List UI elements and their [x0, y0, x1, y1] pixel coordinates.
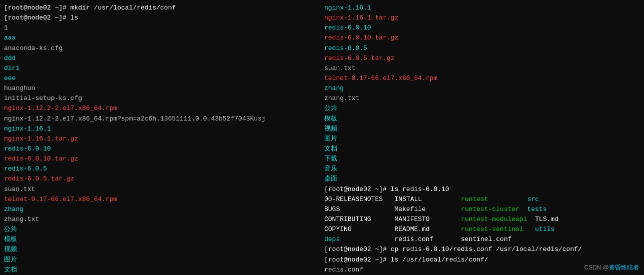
- terminal-line: initial-setup-ks.cfg: [4, 94, 316, 104]
- terminal-line: 图片: [4, 255, 316, 265]
- csdn-watermark: CSDN @黄昏终结者: [584, 264, 639, 272]
- terminal-line: 文档: [324, 144, 640, 154]
- terminal-line: zhang.txt: [4, 214, 316, 224]
- terminal-line: zhang: [4, 204, 316, 214]
- terminal-line: nginx-1.16.1: [4, 124, 316, 134]
- terminal-line: 00-RELEASENOTES INSTALL runtest src: [324, 194, 640, 204]
- terminal-line: COPYING README.md runtest-sentinel utils: [324, 224, 640, 234]
- terminal-line: anaconda-ks.cfg: [4, 44, 316, 54]
- terminal-line: redis-6.0.5: [324, 44, 640, 54]
- terminal-left-content: [root@node02 ~]# mkdir /usr/local/redis/…: [4, 3, 316, 275]
- terminal-line: 下载: [324, 154, 640, 164]
- terminal-line: ddd: [4, 54, 316, 64]
- terminal-line: 桌面: [324, 174, 640, 184]
- terminal-line: [root@node02 ~]# ls redis-6.0.10: [324, 184, 640, 194]
- terminal-line: nginx-1.16.1: [324, 3, 640, 13]
- terminal-line: redis-6.0.10.tar.gz: [4, 154, 316, 164]
- terminal-line: nginx-1.12.2-2.el7.x86_64.rpm?spm=a2c6h.…: [4, 114, 316, 124]
- terminal-line: deps redis.conf sentinel.conf: [324, 234, 640, 244]
- terminal-line: 模板: [324, 114, 640, 124]
- terminal-line: 音乐: [324, 164, 640, 174]
- terminal-line: redis-6.0.5.tar.gz: [4, 174, 316, 184]
- terminal-line: 公共: [4, 224, 316, 234]
- terminal-left-panel: [root@node02 ~]# mkdir /usr/local/redis/…: [0, 0, 320, 275]
- csdn-at: CSDN @: [584, 264, 609, 271]
- terminal-line: 文档: [4, 265, 316, 275]
- terminal-line: telnet-0.17-66.el7.x86_64.rpm: [4, 194, 316, 204]
- terminal-line: huanghun: [4, 84, 316, 94]
- terminal-line: aaa: [4, 33, 316, 43]
- terminal-line: eee: [4, 74, 316, 84]
- terminal-right-panel: nginx-1.16.1nginx-1.16.1.tar.gzredis-6.0…: [320, 0, 644, 275]
- terminal-line: [root@node02 ~]# ls: [4, 13, 316, 23]
- terminal-line: zhang.txt: [324, 94, 640, 104]
- terminal-line: 视频: [324, 124, 640, 134]
- csdn-username: 黄昏终结者: [609, 264, 639, 271]
- terminal-line: 图片: [324, 134, 640, 144]
- terminal-line: suan.txt: [4, 184, 316, 194]
- terminal-line: zhang: [324, 84, 640, 94]
- terminal-line: BUGS Makefile runtest-cluster tests: [324, 204, 640, 214]
- terminal-line: 公共: [324, 104, 640, 114]
- terminal-line: [root@node02 ~]# cp redis-6.0.10/redis.c…: [324, 244, 640, 254]
- terminal-line: 模板: [4, 234, 316, 244]
- terminal-line: redis-6.0.10: [324, 23, 640, 33]
- terminal-right-content: nginx-1.16.1nginx-1.16.1.tar.gzredis-6.0…: [324, 3, 640, 275]
- terminal-line: redis-6.0.10: [4, 144, 316, 154]
- terminal-line: redis-6.0.5.tar.gz: [324, 54, 640, 64]
- terminal-line: nginx-1.16.1.tar.gz: [324, 13, 640, 23]
- terminal-line: redis-6.0.10.tar.gz: [324, 33, 640, 43]
- terminal-line: redis-6.0.5: [4, 164, 316, 174]
- terminal-line: CONTRIBUTING MANIFESTO runtest-moduleapi…: [324, 214, 640, 224]
- terminal-line: nginx-1.12.2-2.el7.x86_64.rpm: [4, 104, 316, 114]
- terminal-line: 1: [4, 23, 316, 33]
- terminal-line: 视频: [4, 244, 316, 254]
- terminal-line: suan.txt: [324, 64, 640, 74]
- terminal-line: telnet-0.17-66.el7.x86_64.rpm: [324, 74, 640, 84]
- terminal-line: [root@node02 ~]# mkdir /usr/local/redis/…: [4, 3, 316, 13]
- terminal-line: nginx-1.16.1.tar.gz: [4, 134, 316, 144]
- terminal-line: dir1: [4, 64, 316, 74]
